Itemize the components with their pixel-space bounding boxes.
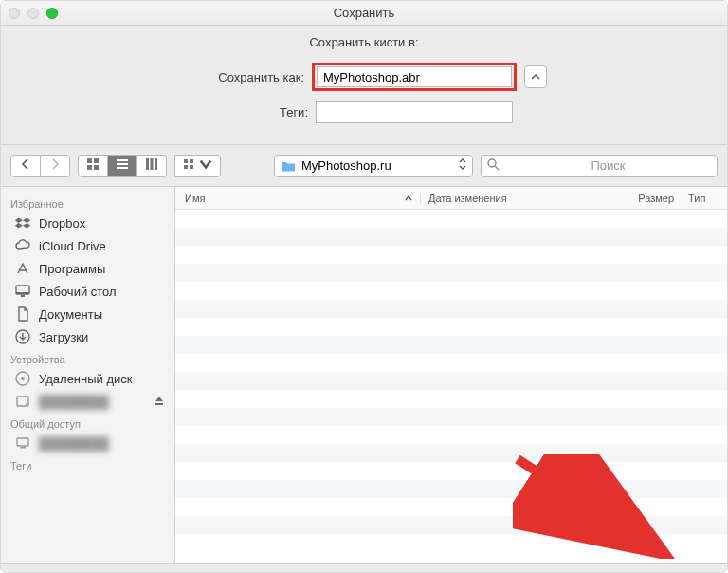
table-row bbox=[175, 390, 727, 408]
sidebar-devices-heading: Устройства bbox=[1, 348, 174, 367]
dropbox-icon bbox=[14, 214, 31, 231]
save-as-input[interactable] bbox=[317, 66, 512, 87]
svg-rect-3 bbox=[94, 165, 99, 170]
column-headers: Имя Дата изменения Размер Тип bbox=[175, 187, 727, 210]
svg-rect-5 bbox=[117, 163, 128, 165]
svg-rect-10 bbox=[184, 159, 188, 163]
search-field[interactable]: Поиск bbox=[481, 155, 718, 177]
view-mode-group bbox=[78, 155, 167, 177]
remote-disk-icon bbox=[14, 370, 31, 387]
table-row bbox=[175, 408, 727, 426]
sidebar-item-label: Dropbox bbox=[39, 216, 85, 231]
column-type[interactable]: Тип bbox=[682, 193, 727, 204]
list-icon bbox=[116, 157, 129, 174]
svg-line-15 bbox=[495, 166, 499, 170]
table-row bbox=[175, 264, 727, 282]
sidebar-item-label: ████████ bbox=[39, 436, 109, 451]
svg-rect-7 bbox=[146, 158, 149, 170]
sidebar-item-label: Программы bbox=[39, 262, 105, 276]
traffic-lights bbox=[9, 8, 58, 19]
sidebar-tags-heading: Теги bbox=[1, 454, 174, 473]
disk-icon bbox=[14, 393, 31, 410]
svg-rect-17 bbox=[16, 292, 29, 294]
table-row bbox=[175, 480, 727, 498]
svg-rect-6 bbox=[117, 167, 128, 169]
sidebar: Избранное Dropbox iCloud Drive Программы… bbox=[1, 187, 175, 563]
window-title: Сохранить bbox=[1, 6, 727, 20]
save-as-label: Сохранить как: bbox=[181, 70, 304, 84]
search-icon bbox=[487, 158, 500, 174]
svg-rect-1 bbox=[94, 158, 99, 163]
sidebar-item-disk[interactable]: ████████ bbox=[1, 390, 174, 413]
desktop-icon bbox=[14, 283, 31, 300]
column-date[interactable]: Дата изменения bbox=[420, 193, 610, 204]
folder-icon bbox=[281, 160, 296, 172]
svg-rect-2 bbox=[87, 165, 92, 170]
svg-point-21 bbox=[21, 377, 25, 380]
svg-rect-4 bbox=[117, 159, 128, 161]
sidebar-item-label: Удаленный диск bbox=[39, 372, 132, 386]
table-row bbox=[175, 354, 727, 372]
svg-rect-13 bbox=[190, 165, 193, 169]
sidebar-item-desktop[interactable]: Рабочий стол bbox=[1, 280, 174, 303]
column-name[interactable]: Имя bbox=[175, 193, 420, 204]
browser-toolbar: MyPhotoshop.ru Поиск bbox=[1, 145, 727, 187]
table-row bbox=[175, 534, 727, 552]
forward-button[interactable] bbox=[41, 155, 70, 177]
svg-point-14 bbox=[488, 159, 496, 167]
file-listing: Имя Дата изменения Размер Тип bbox=[175, 187, 727, 563]
table-row bbox=[175, 516, 727, 534]
minimize-window-button[interactable] bbox=[27, 8, 39, 19]
filename-highlight bbox=[312, 63, 517, 91]
sidebar-item-label: Загрузки bbox=[39, 330, 88, 344]
chevron-up-icon bbox=[531, 70, 540, 84]
icon-view-button[interactable] bbox=[78, 155, 108, 177]
tags-input[interactable] bbox=[316, 101, 513, 123]
group-by-button[interactable] bbox=[174, 155, 221, 177]
sidebar-favorites-heading: Избранное bbox=[1, 193, 174, 212]
folder-popup[interactable]: MyPhotoshop.ru bbox=[274, 155, 473, 177]
column-name-label: Имя bbox=[185, 193, 205, 204]
zoom-window-button[interactable] bbox=[46, 8, 58, 19]
back-button[interactable] bbox=[10, 155, 41, 177]
table-row bbox=[175, 318, 727, 336]
column-view-button[interactable] bbox=[137, 155, 167, 177]
expand-collapse-button[interactable] bbox=[524, 65, 547, 88]
sidebar-item-remote-disk[interactable]: Удаленный диск bbox=[1, 367, 174, 390]
file-rows[interactable] bbox=[175, 210, 727, 563]
group-by-group bbox=[174, 155, 221, 177]
folder-name: MyPhotoshop.ru bbox=[301, 158, 391, 173]
browser-main: Избранное Dropbox iCloud Drive Программы… bbox=[1, 187, 727, 563]
sidebar-item-label: Рабочий стол bbox=[39, 285, 117, 299]
sidebar-item-dropbox[interactable]: Dropbox bbox=[1, 212, 174, 234]
updown-icon bbox=[459, 158, 466, 173]
svg-point-23 bbox=[26, 403, 27, 405]
svg-rect-18 bbox=[21, 295, 25, 297]
panel-subtitle: Сохранить кисти в: bbox=[1, 35, 727, 49]
list-view-button[interactable] bbox=[108, 155, 137, 177]
close-window-button[interactable] bbox=[9, 8, 20, 19]
eject-icon[interactable] bbox=[154, 395, 165, 409]
svg-rect-9 bbox=[155, 158, 157, 170]
table-row bbox=[175, 444, 727, 462]
computer-icon bbox=[14, 434, 31, 452]
sidebar-item-label: ████████ bbox=[39, 395, 109, 409]
column-size[interactable]: Размер bbox=[610, 193, 682, 204]
table-row bbox=[175, 210, 727, 228]
save-panel-header: Сохранить кисти в: Сохранить как: Теги: bbox=[1, 26, 727, 145]
applications-icon bbox=[14, 260, 31, 277]
save-as-row: Сохранить как: bbox=[1, 63, 727, 91]
tags-row: Теги: bbox=[1, 101, 727, 123]
sidebar-item-icloud[interactable]: iCloud Drive bbox=[1, 234, 174, 257]
svg-rect-8 bbox=[151, 158, 154, 170]
table-row bbox=[175, 228, 727, 246]
sidebar-item-documents[interactable]: Документы bbox=[1, 303, 174, 325]
sort-asc-icon bbox=[405, 193, 412, 204]
sidebar-item-shared-computer[interactable]: ████████ bbox=[1, 432, 174, 454]
sidebar-item-applications[interactable]: Программы bbox=[1, 257, 174, 280]
svg-rect-24 bbox=[17, 438, 28, 446]
sidebar-item-downloads[interactable]: Загрузки bbox=[1, 325, 174, 348]
table-row bbox=[175, 282, 727, 300]
group-icon bbox=[183, 157, 196, 174]
grid-icon bbox=[86, 157, 100, 174]
